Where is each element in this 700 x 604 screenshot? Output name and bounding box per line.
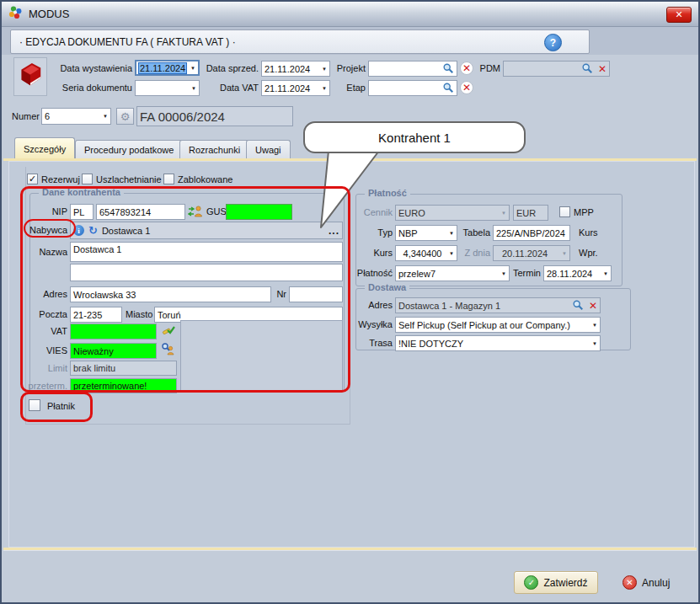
numer-combo[interactable]: 6 ▼ bbox=[41, 108, 111, 125]
vies-label: VIES bbox=[35, 345, 67, 355]
waluta-value: EUR bbox=[516, 208, 536, 218]
projekt-field[interactable] bbox=[368, 61, 457, 77]
tab-rozrachunki[interactable]: Rozrachunki bbox=[179, 140, 249, 159]
data-wystawienia-value: 21.11.2024 bbox=[139, 63, 186, 73]
data-wystawienia-combo[interactable]: 21.11.2024 ▼ bbox=[135, 60, 200, 76]
nazwa2-field[interactable] bbox=[70, 264, 343, 281]
termin-combo[interactable]: 28.11.2024 ▼ bbox=[543, 265, 612, 281]
seria-label: Seria dokumentu bbox=[51, 83, 132, 93]
miasto-value: Toruń bbox=[158, 310, 181, 320]
tab-szczegoly[interactable]: Szczegóły bbox=[14, 137, 75, 159]
clear-icon[interactable]: ✕ bbox=[589, 301, 597, 311]
typ-value: NBP bbox=[398, 228, 418, 238]
pdm-field[interactable]: ✕ bbox=[503, 61, 610, 77]
person-exchange-icon[interactable] bbox=[188, 205, 203, 222]
limit-label: Limit bbox=[27, 363, 67, 373]
poczta-field[interactable]: 21-235 bbox=[70, 307, 122, 323]
vat-label: VAT bbox=[35, 326, 67, 336]
nabywca-combo[interactable]: i ↻ Dostawca 1 ... bbox=[70, 222, 343, 239]
trasa-label: Trasa bbox=[359, 338, 393, 348]
callout-kontrahent: Kontrahent 1 bbox=[303, 121, 526, 153]
callout-tail bbox=[312, 150, 382, 229]
dostawa-adres-label: Adres bbox=[359, 300, 393, 310]
tabela-field[interactable]: 225/A/NBP/2024 bbox=[493, 225, 570, 241]
anuluj-button[interactable]: ✕ Anuluj bbox=[623, 571, 693, 594]
gus-field[interactable] bbox=[226, 204, 292, 220]
tab-uwagi[interactable]: Uwagi bbox=[246, 140, 291, 159]
vat-verify-icon[interactable] bbox=[161, 323, 175, 339]
vat-field bbox=[70, 323, 157, 339]
z-dnia-combo: 20.11.2024 ▼ bbox=[493, 245, 570, 261]
data-sprzed-value: 21.11.2024 bbox=[265, 64, 310, 74]
data-sprzed-combo[interactable]: 21.11.2024 ▼ bbox=[261, 61, 330, 77]
przeterm-field: przeterminowane! bbox=[70, 378, 177, 393]
chevron-down-icon: ▼ bbox=[601, 271, 608, 276]
wpr-header-label: Wpr. bbox=[579, 248, 598, 258]
nip-prefix-field[interactable]: PL bbox=[70, 204, 94, 220]
typ-combo[interactable]: NBP ▼ bbox=[395, 225, 457, 241]
kurs-value: 4,340400 bbox=[403, 249, 442, 259]
modus-dialog: MODUS ✕ · EDYCJA DOKUMENTU FA ( FAKTURA … bbox=[0, 0, 700, 604]
callout-text: Kontrahent 1 bbox=[378, 131, 451, 145]
nazwa-value: Dostawca 1 bbox=[73, 244, 121, 254]
clear-icon: ✕ bbox=[462, 63, 471, 73]
mpp-checkbox[interactable] bbox=[559, 206, 570, 217]
numeration-settings-button[interactable]: ⚙ bbox=[116, 108, 134, 125]
poczta-label: Poczta bbox=[27, 309, 67, 319]
przeterm-label: przeterm. bbox=[22, 381, 67, 391]
help-icon[interactable]: ? bbox=[544, 34, 562, 51]
etap-label: Etap bbox=[326, 83, 366, 93]
tab-procedury-podatkowe[interactable]: Procedury podatkowe bbox=[75, 140, 183, 159]
nabywca-label: Nabywca bbox=[29, 225, 67, 235]
projekt-clear-button[interactable]: ✕ bbox=[460, 61, 473, 75]
adres-field[interactable]: Wrocławska 33 bbox=[70, 286, 271, 302]
z-dnia-value: 20.11.2024 bbox=[502, 249, 548, 259]
dostawa-adres-field[interactable]: Dostawca 1 - Magazyn 1 ✕ bbox=[395, 297, 601, 313]
trasa-value: !NIE DOTYCZY bbox=[398, 339, 463, 349]
nr-field[interactable] bbox=[289, 286, 343, 302]
tabela-value: 225/A/NBP/2024 bbox=[496, 228, 565, 238]
search-icon[interactable] bbox=[581, 62, 593, 76]
etap-field[interactable] bbox=[368, 80, 457, 96]
close-button[interactable]: ✕ bbox=[666, 7, 692, 23]
dostawa-title: Dostawa bbox=[365, 282, 409, 292]
nip-field[interactable]: 6547893214 bbox=[96, 204, 185, 220]
window-title: MODUS bbox=[29, 8, 69, 20]
zatwierdz-label: Zatwierdź bbox=[543, 577, 587, 589]
cennik-value: EURO bbox=[398, 208, 425, 218]
wysylka-label: Wysyłka bbox=[354, 319, 393, 329]
document-type-button[interactable] bbox=[13, 57, 47, 96]
zatwierdz-button[interactable]: ✓ Zatwierdź bbox=[514, 571, 598, 594]
seria-combo[interactable]: ▼ bbox=[135, 80, 200, 96]
nazwa-field[interactable]: Dostawca 1 bbox=[70, 242, 343, 262]
search-icon[interactable] bbox=[572, 299, 584, 313]
adres-label: Adres bbox=[35, 289, 67, 299]
vies-verify-icon[interactable] bbox=[161, 342, 174, 359]
chevron-down-icon: ▼ bbox=[189, 86, 196, 91]
wysylka-combo[interactable]: Self Pickup (Self Pickup at our Company.… bbox=[395, 317, 601, 333]
platnosc-label: Płatność bbox=[350, 268, 393, 278]
app-logo-icon bbox=[8, 5, 23, 23]
info-icon[interactable]: i bbox=[73, 225, 84, 236]
kurs-label: Kurs bbox=[359, 248, 393, 258]
platnosc-value: przelew7 bbox=[398, 269, 435, 279]
platnosc-combo[interactable]: przelew7 ▼ bbox=[395, 265, 510, 281]
gus-label: GUS bbox=[206, 206, 227, 216]
kurs-header-label: Kurs bbox=[579, 227, 598, 238]
chevron-down-icon: ▼ bbox=[100, 114, 108, 119]
kurs-combo[interactable]: 4,340400 ▼ bbox=[395, 245, 457, 261]
nr-label: Nr bbox=[273, 289, 286, 299]
przeterm-value: przeterminowane! bbox=[73, 381, 147, 391]
data-vat-combo[interactable]: 21.11.2024 ▼ bbox=[261, 80, 330, 96]
platnik-checkbox[interactable] bbox=[29, 399, 40, 411]
chevron-down-icon: ▼ bbox=[590, 341, 597, 346]
clear-icon[interactable]: ✕ bbox=[598, 64, 606, 74]
clear-icon: ✕ bbox=[462, 83, 471, 93]
data-wystawienia-label: Data wystawienia bbox=[51, 63, 132, 73]
mpp-label: MPP bbox=[574, 207, 594, 217]
search-icon[interactable] bbox=[442, 62, 454, 76]
search-icon[interactable] bbox=[442, 82, 454, 95]
trasa-combo[interactable]: !NIE DOTYCZY ▼ bbox=[395, 335, 601, 351]
etap-clear-button[interactable]: ✕ bbox=[460, 81, 473, 94]
refresh-icon[interactable]: ↻ bbox=[88, 225, 98, 236]
